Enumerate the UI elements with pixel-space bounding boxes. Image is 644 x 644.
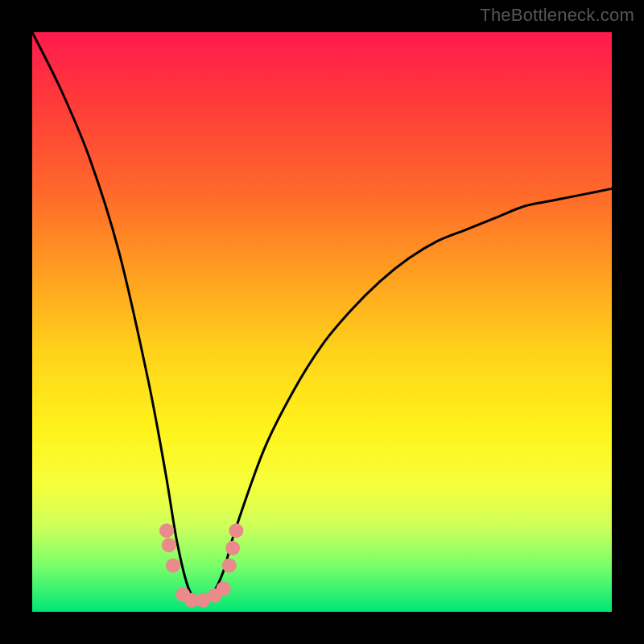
plot-area — [32, 32, 612, 612]
bottleneck-curve — [32, 32, 612, 601]
data-marker — [222, 558, 237, 572]
data-marker — [162, 538, 176, 552]
chart-frame: TheBottleneck.com — [0, 0, 644, 644]
data-marker — [217, 581, 231, 596]
marker-group — [159, 523, 243, 607]
watermark-text: TheBottleneck.com — [480, 5, 634, 26]
data-marker — [225, 541, 240, 555]
data-marker — [159, 523, 174, 538]
data-marker — [166, 558, 180, 572]
data-marker — [229, 523, 243, 538]
curve-svg — [32, 32, 612, 612]
